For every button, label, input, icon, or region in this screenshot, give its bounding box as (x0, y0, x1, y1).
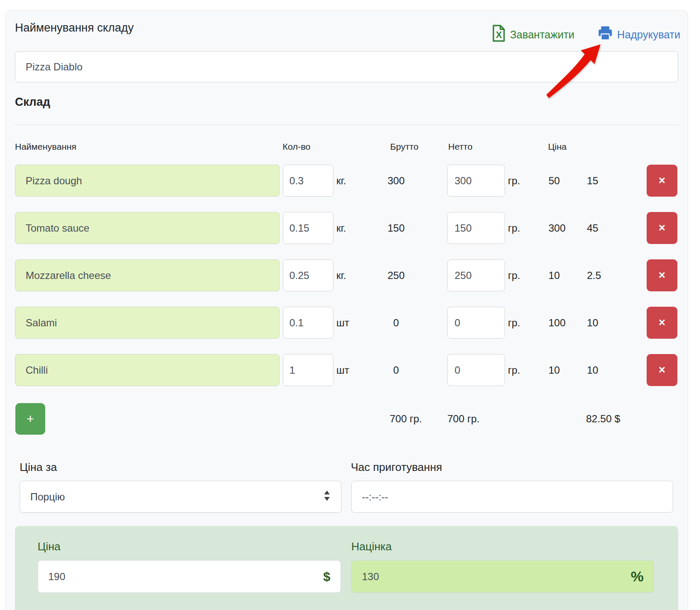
column-header-name: Найменування (15, 142, 76, 152)
total-cost: 82.50 $ (586, 403, 620, 435)
remove-ingredient-button[interactable]: × (647, 307, 677, 339)
ingredient-net-input[interactable] (447, 259, 505, 291)
cost-value: 45 (587, 212, 598, 244)
ingredient-name-input[interactable] (15, 354, 280, 386)
qty-unit-label: кг. (336, 165, 346, 197)
excel-file-icon: X (492, 25, 506, 44)
remove-ingredient-button[interactable]: × (647, 354, 677, 386)
section-title: Склад (15, 96, 50, 109)
cost-value: 15 (587, 165, 598, 197)
price-per-label: Ціна за (20, 461, 57, 474)
qty-unit-label: кг. (336, 212, 346, 244)
column-header-qty: Кол-во (283, 142, 310, 152)
qty-unit-label: шт (336, 354, 349, 386)
ingredient-name-input[interactable] (15, 259, 280, 291)
qty-unit-label: шт (336, 307, 349, 339)
ingredient-qty-input[interactable] (283, 165, 333, 197)
ingredient-name-input[interactable] (15, 212, 280, 244)
currency-suffix: $ (323, 569, 330, 584)
markup-label: Націнка (351, 540, 392, 553)
markup-input-group: % (351, 560, 654, 593)
print-label: Надрукувати (617, 29, 680, 41)
ingredient-row: шт 0 гр. 100 10 × (0, 307, 700, 339)
net-unit-label: гр. (508, 165, 520, 197)
net-unit-label: гр. (508, 259, 520, 291)
unit-price-value: 10 (548, 354, 560, 386)
totals-row: 700 гр. 700 гр. 82.50 $ (0, 403, 700, 435)
markup-input[interactable] (362, 571, 631, 583)
column-header-net: Нетто (448, 142, 472, 152)
remove-ingredient-button[interactable]: × (647, 165, 677, 197)
ingredient-name-input[interactable] (15, 307, 280, 339)
unit-price-value: 100 (548, 307, 566, 339)
ingredient-qty-input[interactable] (283, 259, 333, 291)
remove-ingredient-button[interactable]: × (647, 212, 677, 244)
cost-value: 10 (587, 307, 598, 339)
price-per-value: Порцію (30, 491, 65, 503)
price-label: Ціна (38, 540, 61, 553)
cost-value: 10 (587, 354, 598, 386)
section-divider (15, 125, 678, 125)
total-net: 700 гр. (447, 403, 479, 435)
header-actions: X Завантажити Надрукувати (492, 25, 680, 44)
column-header-gross: Брутто (390, 142, 418, 152)
gross-value: 150 (375, 212, 417, 244)
print-link[interactable]: Надрукувати (598, 26, 680, 43)
ingredient-qty-input[interactable] (283, 354, 333, 386)
recipe-editor-page: Найменування складу X Завантажити Надрук (0, 0, 700, 610)
cost-value: 2.5 (587, 259, 601, 291)
ingredient-qty-input[interactable] (283, 212, 333, 244)
printer-icon (598, 26, 613, 43)
ingredient-net-input[interactable] (447, 212, 505, 244)
gross-value: 250 (375, 259, 417, 291)
select-arrows-icon (323, 489, 331, 505)
page-title: Найменування складу (15, 21, 134, 35)
net-unit-label: гр. (508, 307, 520, 339)
ingredient-row: шт 0 гр. 10 10 × (0, 354, 700, 386)
unit-price-value: 10 (548, 259, 560, 291)
price-input[interactable] (48, 571, 323, 583)
download-label: Завантажити (510, 29, 575, 41)
cook-time-input[interactable] (351, 481, 673, 513)
qty-unit-label: кг. (336, 259, 346, 291)
cook-time-label: Час приготування (351, 461, 442, 474)
price-per-select[interactable]: Порцію (20, 481, 341, 513)
recipe-name-input[interactable] (15, 51, 678, 82)
download-link[interactable]: X Завантажити (492, 25, 575, 44)
ingredient-net-input[interactable] (447, 354, 505, 386)
svg-text:X: X (496, 30, 502, 40)
ingredient-row: кг. 300 гр. 50 15 × (0, 165, 700, 197)
price-input-group: $ (38, 560, 341, 593)
total-gross: 700 гр. (390, 403, 422, 435)
unit-price-value: 50 (548, 165, 560, 197)
gross-value: 0 (375, 354, 417, 386)
remove-ingredient-button[interactable]: × (647, 259, 677, 291)
gross-value: 0 (375, 307, 417, 339)
percent-suffix: % (631, 568, 644, 585)
gross-value: 300 (375, 165, 417, 197)
column-header-price: Ціна (548, 142, 566, 152)
ingredient-qty-input[interactable] (283, 307, 333, 339)
ingredient-row: кг. 250 гр. 10 2.5 × (0, 259, 700, 291)
net-unit-label: гр. (508, 354, 520, 386)
ingredient-net-input[interactable] (447, 307, 505, 339)
ingredient-row: кг. 150 гр. 300 45 × (0, 212, 700, 244)
unit-price-value: 300 (548, 212, 566, 244)
ingredient-net-input[interactable] (447, 165, 505, 197)
net-unit-label: гр. (508, 212, 520, 244)
ingredient-name-input[interactable] (15, 165, 280, 197)
